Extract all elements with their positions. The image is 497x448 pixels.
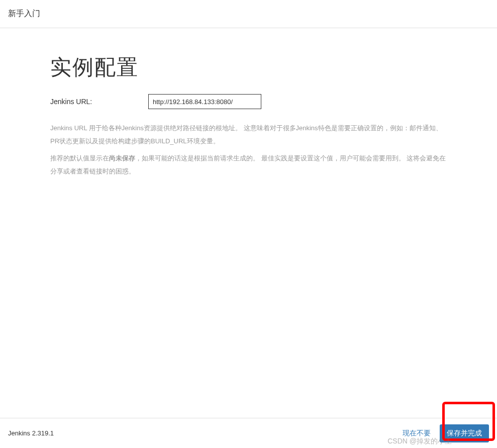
description-paragraph-1: Jenkins URL 用于给各种Jenkins资源提供绝对路径链接的根地址。 … [50,122,447,148]
jenkins-url-input[interactable] [148,94,261,109]
header-bar: 新手入门 [0,0,497,28]
footer-bar: Jenkins 2.319.1 现在不要 保存并完成 [0,418,497,448]
skip-button[interactable]: 现在不要 [403,429,431,438]
save-and-finish-button[interactable]: 保存并完成 [440,424,489,442]
description-2-part1: 推荐的默认值显示在 [50,154,109,162]
footer-actions: 现在不要 保存并完成 [403,424,489,442]
jenkins-url-label: Jenkins URL: [50,98,148,106]
main-content: 实例配置 Jenkins URL: Jenkins URL 用于给各种Jenki… [0,28,497,178]
description-paragraph-2: 推荐的默认值显示在尚未保存，如果可能的话这是根据当前请求生成的。 最佳实践是要设… [50,152,447,178]
footer-version: Jenkins 2.319.1 [8,429,54,437]
jenkins-url-row: Jenkins URL: [50,94,447,109]
header-title: 新手入门 [8,9,40,19]
page-title: 实例配置 [50,53,447,81]
description-2-strong: 尚未保存 [109,154,135,162]
